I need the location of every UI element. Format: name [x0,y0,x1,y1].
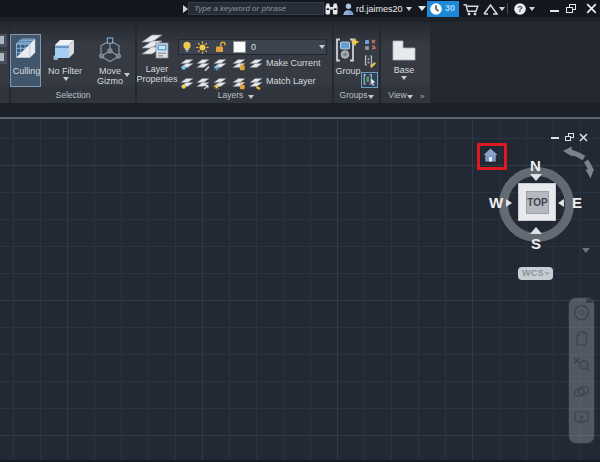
svg-text:?: ? [517,4,523,14]
